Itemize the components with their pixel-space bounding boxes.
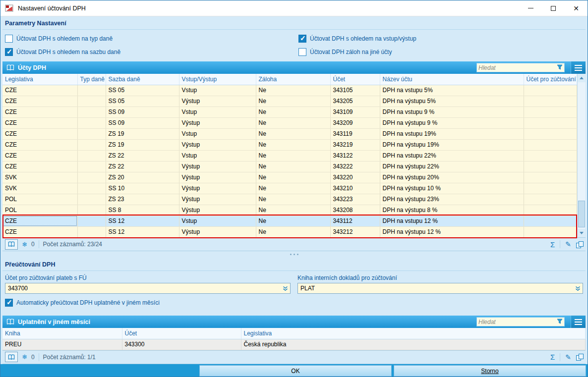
cell[interactable]: CZE <box>2 117 77 128</box>
cell[interactable]: SS 05 <box>106 96 179 107</box>
cell[interactable]: Vstup <box>179 150 256 161</box>
cell[interactable]: Ne <box>256 161 330 172</box>
close-button[interactable]: ✕ <box>565 0 588 16</box>
cell[interactable]: DPH na výstupu 20% <box>380 172 524 183</box>
cell[interactable]: DPH na vstupu 12 % <box>380 215 524 226</box>
minimize-button[interactable] <box>519 0 542 16</box>
view-settings-button[interactable] <box>5 352 18 362</box>
cell[interactable] <box>77 150 106 161</box>
cell[interactable]: Ne <box>256 85 330 96</box>
cell[interactable]: DPH na výstupu 12 % <box>380 226 524 237</box>
table-row[interactable]: PREU343300Česká republika <box>2 339 586 350</box>
cell[interactable]: DPH na výstupu 8 % <box>380 205 524 215</box>
table-row[interactable]: CZEZS 19VýstupNe343219DPH na výstupu 19% <box>2 139 577 150</box>
cell[interactable]: 343122 <box>330 150 380 161</box>
cell[interactable]: Výstup <box>179 172 256 183</box>
column-header[interactable]: Účet pro zúčtování <box>524 74 577 85</box>
cell[interactable]: Výstup <box>179 161 256 172</box>
cell[interactable]: Vstup <box>179 128 256 139</box>
cell[interactable] <box>524 117 577 128</box>
column-header[interactable]: Typ daně <box>77 74 106 85</box>
column-header[interactable]: Název účtu <box>380 74 524 85</box>
table-row[interactable]: SVKZS 20VýstupNe343220DPH na výstupu 20% <box>2 172 577 183</box>
cell[interactable]: SS 12 <box>106 226 179 237</box>
checkbox-item-typ-dane[interactable]: Účtovat DPH s ohledem na typ daně <box>5 35 298 43</box>
cell[interactable]: DPH na vstupu 22% <box>380 150 524 161</box>
cell[interactable] <box>77 194 106 205</box>
cell[interactable]: ZS 23 <box>106 194 179 205</box>
cell[interactable] <box>77 85 106 96</box>
cell[interactable] <box>524 161 577 172</box>
table-row[interactable]: CZEZS 22VýstupNe343222DPH na výstupu 22% <box>2 161 577 172</box>
cell[interactable] <box>524 96 577 107</box>
column-header[interactable]: Legislativa <box>2 74 77 85</box>
table-row[interactable]: CZESS 09VstupNe343109DPH na vstupu 9 % <box>2 107 577 117</box>
cell[interactable]: CZE <box>2 107 77 117</box>
table-row[interactable]: CZEZS 19VstupNe343119DPH na vstupu 19% <box>2 128 577 139</box>
menu-icon[interactable] <box>571 316 586 328</box>
edit-icon[interactable]: ✎ <box>565 353 571 361</box>
cell[interactable]: 343208 <box>330 205 380 215</box>
cell[interactable]: Výstup <box>179 194 256 205</box>
cell[interactable]: 343205 <box>330 96 380 107</box>
cell[interactable] <box>524 150 577 161</box>
copy-icon[interactable] <box>576 241 583 248</box>
checkbox-item-sazba-dane[interactable]: Účtovat DPH s ohledem na sazbu daně <box>5 48 298 56</box>
cell[interactable]: ZS 22 <box>106 161 179 172</box>
menu-icon[interactable] <box>571 61 586 74</box>
ok-button[interactable]: OK <box>199 365 392 377</box>
dropdown-icon[interactable] <box>282 286 289 291</box>
cell[interactable]: 343220 <box>330 172 380 183</box>
cell[interactable]: DPH na vstupu 9 % <box>380 107 524 117</box>
cell[interactable]: 343300 <box>122 339 241 350</box>
checkbox[interactable] <box>298 48 306 56</box>
cell[interactable]: Výstup <box>179 117 256 128</box>
checkbox[interactable] <box>5 299 13 307</box>
cell[interactable] <box>77 139 106 150</box>
column-header[interactable]: Kniha <box>2 328 122 339</box>
cell[interactable] <box>77 205 106 215</box>
cell[interactable]: POL <box>2 194 77 205</box>
cell[interactable]: Ne <box>256 226 330 237</box>
search-input[interactable] <box>478 319 557 325</box>
cell[interactable] <box>524 107 577 117</box>
view-settings-button[interactable] <box>5 239 18 250</box>
cell[interactable]: DPH na výstupu 9 % <box>380 117 524 128</box>
cell[interactable]: ZS 19 <box>106 128 179 139</box>
cell[interactable] <box>77 215 106 226</box>
cell[interactable]: SS 05 <box>106 85 179 96</box>
scrollbar[interactable] <box>577 74 586 237</box>
cell[interactable] <box>77 128 106 139</box>
cell[interactable] <box>77 172 106 183</box>
cell[interactable]: 343119 <box>330 128 380 139</box>
sum-icon[interactable]: Σ <box>550 353 555 361</box>
cell[interactable]: Výstup <box>179 139 256 150</box>
cell[interactable]: 343112 <box>330 215 380 226</box>
checkbox[interactable] <box>5 35 13 43</box>
cell[interactable]: 343209 <box>330 117 380 128</box>
cell[interactable]: 343212 <box>330 226 380 237</box>
cell[interactable] <box>524 128 577 139</box>
cell[interactable]: Ne <box>256 117 330 128</box>
table-row[interactable]: CZESS 12VýstupNe343212DPH na výstupu 12 … <box>2 226 577 237</box>
cell[interactable] <box>524 194 577 205</box>
checkbox[interactable] <box>298 35 306 43</box>
cell[interactable]: CZE <box>2 96 77 107</box>
cell[interactable]: Ne <box>256 183 330 194</box>
cell[interactable] <box>524 172 577 183</box>
cell[interactable]: 343109 <box>330 107 380 117</box>
cell[interactable]: CZE <box>2 161 77 172</box>
cell[interactable]: DPH na vstupu 19% <box>380 128 524 139</box>
cell[interactable]: CZE <box>2 85 77 96</box>
copy-icon[interactable] <box>576 354 583 360</box>
checkbox-item-auto-repost[interactable]: Automaticky přeúčtovat DPH uplatněné v j… <box>5 299 583 307</box>
table-row[interactable]: SVKSS 10VýstupNe343210DPH na výstupu 10 … <box>2 183 577 194</box>
cell[interactable]: 343210 <box>330 183 380 194</box>
cell[interactable] <box>524 215 577 226</box>
cell[interactable]: Česká republika <box>241 339 586 350</box>
cell[interactable]: Ne <box>256 96 330 107</box>
cell[interactable]: 343105 <box>330 85 380 96</box>
cell[interactable] <box>524 183 577 194</box>
checkbox[interactable] <box>5 48 13 56</box>
cell[interactable]: ZS 20 <box>106 172 179 183</box>
